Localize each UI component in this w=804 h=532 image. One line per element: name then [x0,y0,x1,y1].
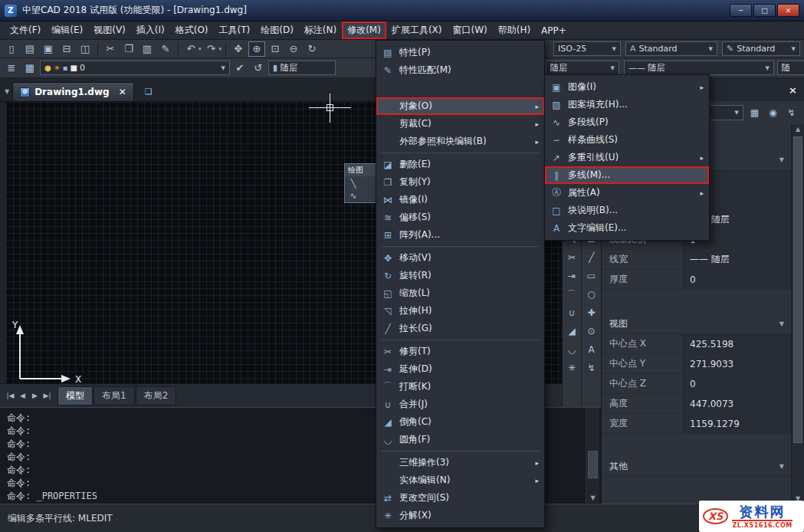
new-drawing-icon[interactable]: ❏ [145,87,153,97]
table-style-combo[interactable]: ✎ Standard ▼ [722,41,800,56]
prev-layout-icon[interactable]: ◀ [17,392,28,399]
scroll-up-icon[interactable]: ▲ [792,126,804,133]
menubar-item-app[interactable]: APP+ [536,21,572,39]
modify-menu-item-11[interactable]: ⊞阵列(A)... [376,226,544,244]
layout-tab-0[interactable]: 模型 [57,386,93,406]
last-layout-icon[interactable]: ▶| [41,392,53,399]
join-icon[interactable]: ∪ [564,305,579,320]
paste-icon[interactable]: ▥ [139,41,156,57]
menubar-item-edit[interactable]: 编辑(E) [46,21,88,39]
object-submenu-item-4[interactable]: ↗多重引线(U)▸ [545,149,709,166]
object-submenu-item-7[interactable]: □块说明(B)... [545,202,709,219]
first-layout-icon[interactable]: |◀ [5,392,16,399]
modify-menu-item-4[interactable]: 剪裁(C)▸ [376,115,544,133]
property-value[interactable]: 1159.1279 [683,414,791,433]
object-submenu-item-8[interactable]: A文字编辑(E)... [545,219,709,237]
menubar-item-dimension[interactable]: 标注(N) [299,21,342,39]
modify-menu-item-8[interactable]: ❐复制(Y) [376,173,544,191]
text-icon[interactable]: A [584,342,599,357]
modify-menu-item-13[interactable]: ✥移动(V) [376,249,544,267]
boundary-icon[interactable]: ○ [584,287,599,302]
property-value[interactable]: 271.9033 [683,354,791,373]
measure-icon[interactable]: ╱ [584,250,599,265]
object-submenu-item-0[interactable]: ▣图像(I)▸ [545,78,709,96]
extend-icon[interactable]: ⇥ [564,268,579,284]
modify-menu-item-7[interactable]: ◪删除(E) [376,156,544,173]
tab-scroll-icon[interactable]: ▼ [5,88,9,95]
text-style-combo[interactable]: A Standard ▼ [625,41,717,56]
redo-icon[interactable]: ↷ [203,41,220,57]
modify-menu-item-19[interactable]: ✂修剪(T) [376,343,544,360]
property-value[interactable]: 425.5198 [683,334,791,353]
lineweight-combo[interactable]: —— 随层 ▼ [624,61,774,75]
menubar-item-insert[interactable]: 插入(I) [131,21,170,39]
layer-states-icon[interactable]: ▦ [21,61,38,76]
new-file-icon[interactable]: ▯ [3,41,20,57]
modify-menu-item-10[interactable]: ≋偏移(S) [376,209,544,226]
document-close-icon[interactable]: ✕ [119,87,126,97]
modify-menu-item-17[interactable]: ╱拉长(G) [376,320,544,337]
modify-menu-item-22[interactable]: ∪合并(J) [376,396,544,413]
panel-section-header[interactable]: 其他▼ [602,457,791,477]
toggle-pickadd-icon[interactable]: ↯ [783,105,799,120]
trim-icon[interactable]: ✂ [564,250,579,265]
select-objects-icon[interactable]: ◉ [765,105,781,120]
layer-previous-icon[interactable]: ↺ [250,61,267,76]
menubar-item-window[interactable]: 窗口(W) [447,21,492,39]
plot-icon[interactable]: ⊟ [58,41,75,57]
menubar-item-draw[interactable]: 绘图(D) [255,21,299,39]
modify-menu-item-23[interactable]: ◢倒角(C) [376,413,544,431]
property-value[interactable]: 0 [683,374,791,393]
pan-icon[interactable]: ✥ [230,41,247,57]
scrollbar-thumb[interactable] [588,451,598,478]
menubar-item-tools[interactable]: 工具(T) [214,21,256,39]
modify-menu-item-1[interactable]: ✎特性匹配(M) [376,61,544,79]
regen-icon[interactable]: ↻ [304,41,320,57]
update-icon[interactable]: ↯ [584,360,599,376]
next-layout-icon[interactable]: ▶ [29,392,41,399]
command-scrollbar[interactable]: ▼ [586,408,599,503]
modify-menu-item-20[interactable]: ⇥延伸(D) [376,360,544,378]
property-value[interactable]: 447.0073 [683,394,791,413]
modify-menu-item-29[interactable]: ✳分解(X) [376,507,544,524]
modify-menu-item-28[interactable]: ⇄更改空间(S) [376,489,544,507]
zoom-window-icon[interactable]: ⊡ [267,41,284,57]
modify-menu-item-5[interactable]: 外部参照和块编辑(B)▸ [376,133,544,150]
scrollbar-thumb[interactable] [793,136,802,443]
match-properties-icon[interactable]: ✎ [157,41,174,57]
divide-icon[interactable]: ✚ [584,305,599,320]
menubar-item-express[interactable]: 扩展工具(X) [386,21,448,39]
layer-combo[interactable]: ●☀▪■ 0 ▼ [40,61,230,75]
make-current-layer-icon[interactable]: ✔ [231,61,248,76]
break-icon[interactable]: ⌒ [564,287,579,302]
object-submenu-item-3[interactable]: ∽样条曲线(S) [545,131,709,149]
copy-icon[interactable]: ❐ [120,41,137,57]
layout-tab-2[interactable]: 布局2 [136,386,177,406]
color-combo[interactable]: ▮ 随层 [268,61,336,75]
fillet-icon[interactable]: ◡ [564,342,579,357]
document-tab[interactable]: D Drawing1.dwg ✕ [12,82,134,101]
scroll-down-icon[interactable]: ▼ [586,494,599,501]
object-submenu-item-5[interactable]: ∥多线(M)... [545,166,709,184]
zoom-previous-icon[interactable]: ⊖ [285,41,302,57]
maximize-button[interactable]: □ [753,4,776,17]
undo-icon[interactable]: ↶ [182,41,199,57]
modify-menu-item-24[interactable]: ◡圆角(F) [376,431,544,448]
property-value[interactable]: 0 [683,270,791,289]
collapse-arrow-icon[interactable]: ▼ [779,320,784,327]
menubar-item-help[interactable]: 帮助(H) [493,21,536,39]
minimize-button[interactable]: ─ [730,4,752,17]
panel-section-header[interactable]: 视图▼ [602,314,791,334]
modify-menu-item-3[interactable]: 对象(O)▸ [376,97,544,115]
modify-menu-item-0[interactable]: ▤特性(P) [376,44,544,61]
modify-menu-item-9[interactable]: ⋈镜像(I) [376,191,544,209]
cut-icon[interactable]: ✂ [102,41,119,57]
undo-dropdown-icon[interactable]: ▾ [199,46,202,52]
menubar-item-format[interactable]: 格式(O) [170,21,214,39]
zoom-realtime-icon[interactable]: ⊕ [248,41,265,57]
property-value[interactable]: —— 随层 [683,250,791,269]
plot-style-combo[interactable]: 随 [777,61,804,75]
chamfer-icon[interactable]: ◢ [564,323,579,339]
object-submenu-item-2[interactable]: ∿多段线(P) [545,113,709,131]
line-icon[interactable]: ╲ [347,178,359,189]
